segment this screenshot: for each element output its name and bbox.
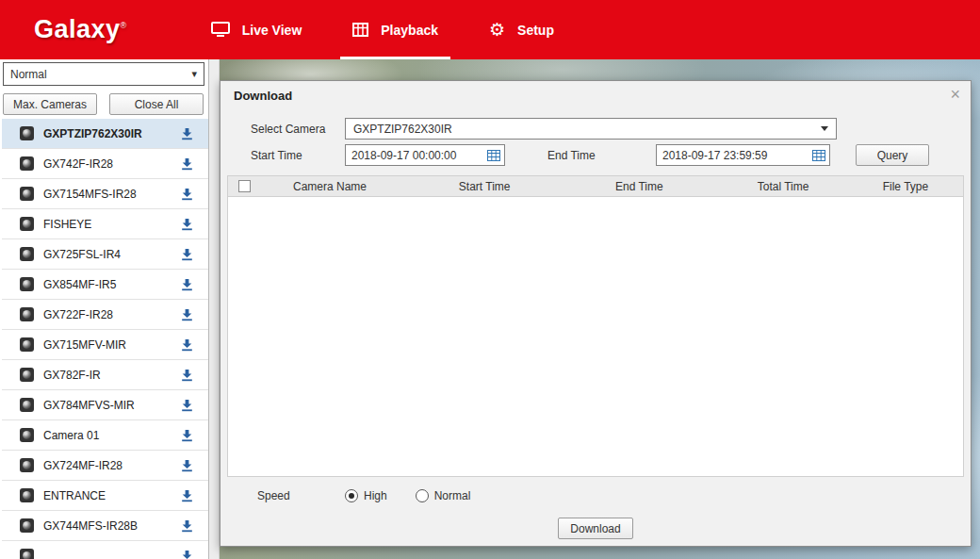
camera-list-item[interactable]: GX782F-IR <box>2 360 208 390</box>
gear-icon: ⚙ <box>489 21 505 39</box>
close-icon[interactable]: × <box>950 86 960 103</box>
camera-name-label: GXPTZIP762X30IR <box>43 127 181 140</box>
download-button[interactable]: Download <box>558 518 633 539</box>
camera-name-label: GX724MF-IR28 <box>43 459 181 472</box>
camera-name-label: GX744MFS-IR28B <box>43 519 181 533</box>
camera-select-value: GXPTZIP762X30IR <box>353 123 452 136</box>
camera-icon <box>20 156 34 171</box>
time-range-row: Start Time 2018-09-17 00:00:00 End Time … <box>251 144 964 166</box>
speed-label: Speed <box>257 489 345 502</box>
camera-name-label: ENTRANCE <box>43 489 181 502</box>
layout-dropdown-value: Normal <box>10 68 47 81</box>
camera-list-item[interactable]: GX854MF-IR5 <box>2 270 208 300</box>
calendar-icon[interactable] <box>487 149 500 161</box>
brand-logo: Galaxy® <box>34 17 127 42</box>
camera-icon <box>20 488 34 502</box>
camera-list-item[interactable]: FISHEYE <box>2 209 208 239</box>
sidebar-scrollbar[interactable] <box>209 59 220 559</box>
camera-icon <box>20 518 34 533</box>
camera-name-label: GX725FSL-IR4 <box>43 248 181 261</box>
end-time-value: 2018-09-17 23:59:59 <box>662 149 767 162</box>
speed-normal-radio[interactable]: Normal <box>416 489 471 502</box>
brand-logo-text: Galaxy <box>34 15 121 43</box>
download-icon[interactable] <box>181 308 194 321</box>
camera-list-item[interactable]: GX742F-IR28 <box>2 149 208 179</box>
camera-list-item[interactable]: GX725FSL-IR4 <box>2 239 208 270</box>
download-icon[interactable] <box>181 550 194 559</box>
download-icon[interactable] <box>181 369 194 382</box>
results-table-header: Camera Name Start Time End Time Total Ti… <box>228 176 963 197</box>
close-all-button[interactable]: Close All <box>109 93 204 115</box>
download-icon[interactable] <box>181 338 194 352</box>
camera-name-label: GX7154MFS-IR28 <box>43 188 181 201</box>
camera-icon <box>20 187 34 201</box>
app-window: Galaxy® Live View Playback ⚙ Setup <box>0 0 980 559</box>
results-table: Camera Name Start Time End Time Total Ti… <box>227 175 964 477</box>
camera-icon <box>20 398 34 412</box>
tab-playback[interactable]: Playback <box>327 0 464 59</box>
content-area: Normal ▾ Max. Cameras Close All GXPTZIP7… <box>0 59 980 559</box>
camera-name-label: GX742F-IR28 <box>43 157 181 171</box>
download-icon[interactable] <box>181 459 194 472</box>
download-icon[interactable] <box>181 429 194 442</box>
radio-icon <box>416 489 429 502</box>
tab-live-view[interactable]: Live View <box>186 0 328 59</box>
start-time-input[interactable]: 2018-09-17 00:00:00 <box>345 144 505 166</box>
download-icon[interactable] <box>181 489 194 502</box>
monitor-icon <box>211 22 230 38</box>
camera-list-item[interactable]: Camera 01 <box>2 420 208 451</box>
radio-icon <box>345 489 358 502</box>
end-time-input[interactable]: 2018-09-17 23:59:59 <box>656 144 830 166</box>
download-icon[interactable] <box>181 399 194 412</box>
column-header-total-time: Total Time <box>718 180 847 193</box>
chevron-down-icon: ▾ <box>191 68 197 80</box>
download-icon[interactable] <box>181 218 194 231</box>
download-icon[interactable] <box>181 519 194 533</box>
camera-name-label: GX722F-IR28 <box>43 308 181 321</box>
sidebar-buttons: Max. Cameras Close All <box>3 93 204 115</box>
select-camera-row: Select Camera GXPTZIP762X30IR <box>251 118 964 140</box>
download-icon[interactable] <box>181 248 194 261</box>
video-stage: Download × Select Camera GXPTZIP762X30IR… <box>220 59 980 559</box>
camera-icon <box>20 458 34 472</box>
speed-row: Speed High Normal <box>257 485 964 506</box>
layout-dropdown[interactable]: Normal ▾ <box>3 62 204 86</box>
download-icon[interactable] <box>181 127 194 140</box>
camera-list-item[interactable]: GX744MFS-IR28B <box>2 511 208 541</box>
camera-name-label: FISHEYE <box>43 218 181 231</box>
camera-list: GXPTZIP762X30IRGX742F-IR28GX7154MFS-IR28… <box>2 119 208 559</box>
camera-list-item[interactable] <box>2 541 208 559</box>
download-icon[interactable] <box>181 157 194 171</box>
download-dialog: Download × Select Camera GXPTZIP762X30IR… <box>220 80 972 547</box>
camera-list-item[interactable]: GX722F-IR28 <box>2 300 208 330</box>
camera-icon <box>20 337 34 352</box>
camera-list-item[interactable]: GX724MF-IR28 <box>2 451 208 481</box>
camera-select[interactable]: GXPTZIP762X30IR <box>345 118 837 140</box>
column-header-camera-name: Camera Name <box>251 180 409 193</box>
results-table-body <box>228 197 963 476</box>
camera-list-item[interactable]: GX784MFVS-MIR <box>2 390 208 420</box>
calendar-icon[interactable] <box>812 149 825 161</box>
download-icon[interactable] <box>181 188 194 201</box>
start-time-value: 2018-09-17 00:00:00 <box>351 149 456 162</box>
speed-high-radio[interactable]: High <box>345 489 387 502</box>
query-button[interactable]: Query <box>856 144 929 166</box>
dialog-body: Select Camera GXPTZIP762X30IR Start Time… <box>220 109 971 546</box>
select-all-checkbox[interactable] <box>238 180 251 192</box>
column-header-file-type: File Type <box>848 180 963 193</box>
camera-list-item[interactable]: GX715MFV-MIR <box>2 330 208 360</box>
registered-mark: ® <box>121 21 127 30</box>
select-camera-label: Select Camera <box>251 123 345 136</box>
download-icon[interactable] <box>181 278 194 291</box>
max-cameras-button[interactable]: Max. Cameras <box>3 93 97 115</box>
camera-name-label: GX782F-IR <box>43 369 181 382</box>
start-time-label: Start Time <box>251 149 345 162</box>
sidebar: Normal ▾ Max. Cameras Close All GXPTZIP7… <box>0 59 209 559</box>
camera-list-item[interactable]: GXPTZIP762X30IR <box>2 119 208 149</box>
camera-name-label: GX854MF-IR5 <box>43 278 181 291</box>
camera-list-item[interactable]: ENTRANCE <box>2 481 208 511</box>
camera-name-label: Camera 01 <box>43 429 181 442</box>
camera-list-item[interactable]: GX7154MFS-IR28 <box>2 179 208 209</box>
camera-icon <box>20 549 34 559</box>
tab-setup[interactable]: ⚙ Setup <box>464 0 580 59</box>
